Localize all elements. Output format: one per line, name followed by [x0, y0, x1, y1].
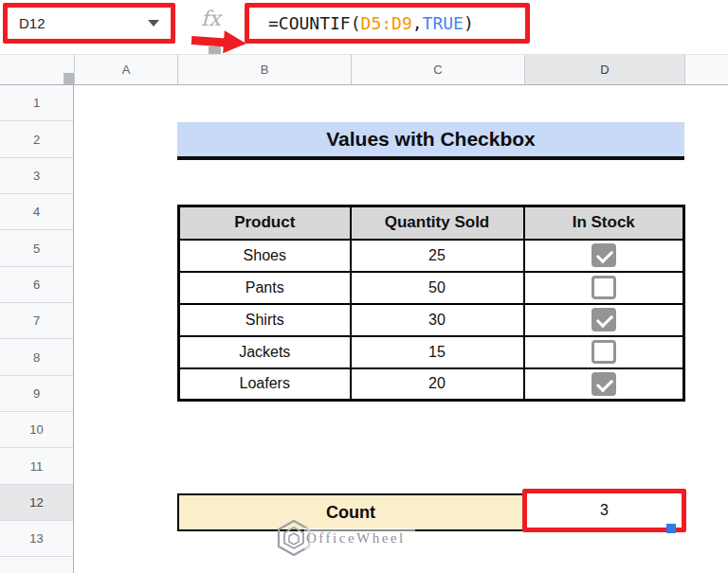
checkbox[interactable]: [592, 276, 616, 299]
google-sheets-app: D12 fx =COUNTIF(D5:D9,TRUE) A B C D 1 2 …: [0, 0, 728, 573]
row-header-9[interactable]: 9: [0, 376, 73, 412]
row-header-7[interactable]: 7: [0, 303, 73, 339]
checkbox[interactable]: [592, 340, 616, 364]
column-header-bar: A B C D: [0, 54, 728, 85]
cell-in-stock[interactable]: [524, 240, 684, 272]
fx-icon: fx: [201, 7, 221, 30]
table-row: Jackets 15: [179, 336, 684, 368]
row-header-5[interactable]: 5: [0, 230, 73, 266]
red-annotation-formula: =COUNTIF(D5:D9,TRUE): [245, 3, 530, 44]
row-header-3[interactable]: 3: [0, 158, 73, 194]
cell-product[interactable]: Shirts: [179, 304, 351, 336]
row-header-10[interactable]: 10: [0, 412, 73, 448]
cell-quantity[interactable]: 15: [351, 336, 524, 368]
row-header-2[interactable]: 2: [0, 121, 73, 157]
row-header-11[interactable]: 11: [0, 448, 73, 484]
column-header-b[interactable]: B: [177, 55, 351, 84]
row-header-8[interactable]: 8: [0, 339, 73, 375]
arrow-head: [223, 30, 247, 55]
formula-comma: ,: [412, 13, 423, 33]
column-header-a[interactable]: A: [74, 55, 177, 84]
cell-quantity[interactable]: 25: [351, 240, 524, 272]
table-row: Shoes 25: [179, 240, 684, 272]
checkbox[interactable]: [592, 372, 616, 396]
cell-in-stock[interactable]: [524, 368, 684, 401]
cell-in-stock[interactable]: [524, 272, 684, 304]
formula-input[interactable]: =COUNTIF(D5:D9,TRUE): [249, 8, 525, 39]
row-header-13[interactable]: 13: [0, 521, 73, 557]
cell-product[interactable]: Jackets: [179, 336, 351, 368]
corner-notch: [64, 73, 74, 84]
header-in-stock[interactable]: In Stock: [524, 206, 684, 240]
red-arrow-annotation: [191, 28, 249, 55]
cell-quantity[interactable]: 50: [351, 272, 524, 304]
column-header-d[interactable]: D: [524, 55, 684, 84]
cell-product[interactable]: Loafers: [179, 368, 351, 401]
cell-quantity[interactable]: 30: [351, 304, 524, 336]
row-header-12[interactable]: 12: [0, 485, 73, 521]
formula-boolean: TRUE: [423, 13, 464, 33]
product-table: Product Quantity Sold In Stock Shoes 25 …: [177, 205, 685, 402]
select-all-corner[interactable]: [0, 55, 74, 84]
arrow-tail: [191, 36, 227, 46]
cell-title-b2[interactable]: Values with Checkbox: [177, 122, 684, 160]
cell-quantity[interactable]: 20: [351, 368, 524, 401]
cell-count-value[interactable]: 3: [527, 493, 682, 528]
fill-handle[interactable]: [666, 524, 676, 533]
table-row: Loafers 20: [179, 368, 684, 401]
row-header-4[interactable]: 4: [0, 194, 73, 230]
checkbox[interactable]: [592, 308, 616, 331]
column-header-c[interactable]: C: [351, 55, 524, 84]
red-annotation-result: 3: [522, 489, 686, 532]
cell-product[interactable]: Pants: [179, 272, 351, 304]
row-header-6[interactable]: 6: [0, 267, 73, 303]
table-row: Pants 50: [179, 272, 684, 304]
watermark-text: OfficeWheel: [304, 528, 415, 549]
name-box[interactable]: D12: [8, 8, 171, 39]
formula-close-paren: ): [464, 13, 474, 33]
cell-in-stock[interactable]: [524, 336, 684, 368]
chevron-down-icon[interactable]: [148, 20, 159, 27]
row-header-1[interactable]: 1: [0, 85, 73, 121]
watermark: OfficeWheel: [277, 519, 415, 557]
cell-product[interactable]: Shoes: [179, 240, 351, 272]
table-row: Shirts 30: [179, 304, 684, 336]
formula-text: =COUNTIF(: [268, 13, 361, 33]
row-header-bar: 1 2 3 4 5 6 7 8 9 10 11 12 13: [0, 85, 74, 573]
header-product[interactable]: Product: [179, 206, 351, 240]
checkbox[interactable]: [592, 243, 616, 267]
column-header-partial[interactable]: [684, 55, 728, 84]
red-annotation-namebox: D12: [3, 3, 175, 44]
formula-range-ref: D5:D9: [361, 13, 412, 33]
table-header-row: Product Quantity Sold In Stock: [179, 206, 684, 240]
cell-in-stock[interactable]: [524, 304, 684, 336]
header-quantity-sold[interactable]: Quantity Sold: [351, 206, 524, 240]
name-box-value: D12: [19, 15, 46, 31]
